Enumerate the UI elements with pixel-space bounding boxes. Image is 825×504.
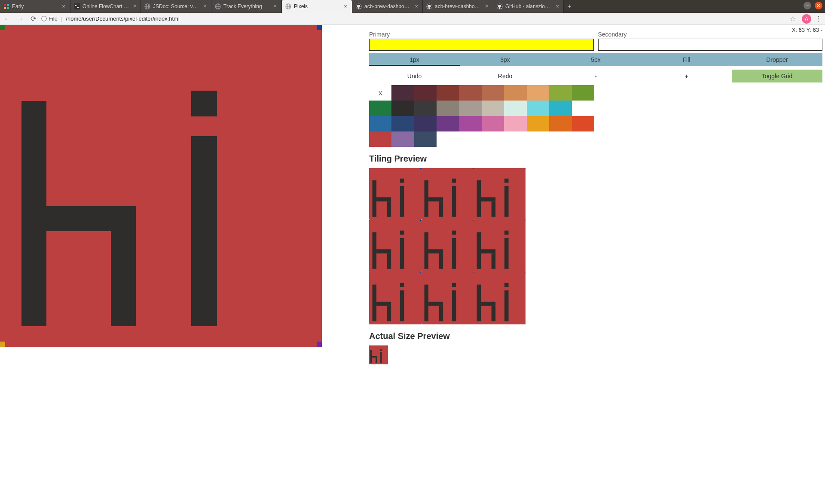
svg-rect-20 bbox=[46, 206, 136, 231]
toggle-grid-button[interactable]: Toggle Grid bbox=[732, 70, 822, 82]
palette-color[interactable] bbox=[391, 116, 414, 131]
palette-color[interactable] bbox=[437, 116, 459, 131]
tool-3px[interactable]: 3px bbox=[460, 53, 550, 66]
profile-avatar[interactable]: A bbox=[802, 14, 811, 24]
browser-tab[interactable]: Track Everything× bbox=[211, 0, 282, 13]
browser-tab[interactable]: acb-brew-dashboard/bre× bbox=[423, 0, 493, 13]
tab-close-icon[interactable]: × bbox=[484, 3, 489, 9]
pixel-canvas[interactable] bbox=[0, 25, 322, 347]
palette-color[interactable] bbox=[504, 101, 526, 116]
palette-color[interactable] bbox=[482, 85, 504, 101]
browser-menu-icon[interactable]: ⋮ bbox=[815, 15, 822, 23]
svg-rect-41 bbox=[387, 254, 391, 269]
svg-rect-22 bbox=[191, 91, 217, 116]
palette-color[interactable] bbox=[414, 85, 437, 101]
palette-color[interactable] bbox=[459, 85, 482, 101]
svg-rect-67 bbox=[504, 283, 508, 287]
palette-color[interactable] bbox=[369, 116, 391, 131]
palette-color[interactable] bbox=[369, 131, 391, 147]
svg-rect-69 bbox=[370, 350, 372, 363]
svg-rect-66 bbox=[491, 305, 495, 321]
palette-color[interactable] bbox=[527, 101, 549, 116]
window-close-icon[interactable]: ✕ bbox=[815, 2, 822, 9]
palette-color[interactable] bbox=[572, 85, 594, 101]
tiling-tile bbox=[474, 272, 526, 324]
tab-close-icon[interactable]: × bbox=[61, 3, 67, 9]
nav-forward-button[interactable]: → bbox=[15, 14, 25, 24]
tool-fill[interactable]: Fill bbox=[641, 53, 732, 66]
palette-color[interactable] bbox=[549, 116, 571, 131]
undo-button[interactable]: Undo bbox=[369, 70, 460, 82]
palette-color[interactable] bbox=[549, 85, 571, 101]
palette-color[interactable] bbox=[437, 101, 459, 116]
browser-tab[interactable]: acb-brew-dashboard/san× bbox=[352, 0, 423, 13]
palette-color[interactable] bbox=[391, 131, 414, 147]
primary-color-swatch[interactable] bbox=[369, 39, 594, 51]
svg-rect-38 bbox=[504, 186, 508, 217]
redo-button[interactable]: Redo bbox=[460, 70, 550, 82]
tab-close-icon[interactable]: × bbox=[342, 3, 348, 9]
tiling-tile bbox=[421, 168, 473, 220]
browser-tab[interactable]: JSDoc: Source: vec2.js× bbox=[141, 0, 211, 13]
palette-clear-button[interactable]: X bbox=[369, 85, 391, 101]
palette-color[interactable] bbox=[414, 116, 437, 131]
palette-color[interactable] bbox=[572, 116, 594, 131]
svg-rect-51 bbox=[491, 254, 495, 269]
svg-rect-61 bbox=[439, 305, 443, 321]
svg-rect-23 bbox=[191, 136, 217, 326]
tab-close-icon[interactable]: × bbox=[414, 3, 419, 9]
palette-color[interactable] bbox=[391, 101, 414, 116]
palette-color[interactable] bbox=[527, 116, 549, 131]
svg-rect-54 bbox=[373, 284, 376, 321]
side-panel: X: 63 Y: 63 - Primary Secondary 1px3px5p… bbox=[322, 25, 825, 504]
palette-color[interactable] bbox=[369, 101, 391, 116]
tab-favicon bbox=[74, 3, 80, 9]
tab-close-icon[interactable]: × bbox=[272, 3, 278, 9]
browser-tab[interactable]: Online FlowChart & Diagrams× bbox=[70, 0, 141, 13]
palette-color[interactable] bbox=[459, 116, 482, 131]
window-minimize-icon[interactable]: – bbox=[804, 2, 811, 9]
palette-color[interactable] bbox=[437, 85, 459, 101]
palette-color[interactable] bbox=[482, 101, 504, 116]
palette-color[interactable] bbox=[482, 116, 504, 131]
palette-color[interactable] bbox=[527, 85, 549, 101]
palette-color[interactable] bbox=[414, 131, 437, 147]
palette-color[interactable] bbox=[391, 85, 414, 101]
tab-label: GitHub - alanszlosek/pixe bbox=[505, 3, 553, 9]
browser-tab[interactable]: Early× bbox=[0, 0, 70, 13]
tab-close-icon[interactable]: × bbox=[133, 3, 137, 9]
svg-rect-48 bbox=[452, 238, 456, 269]
nav-back-button[interactable]: ← bbox=[3, 14, 12, 24]
tab-label: Early bbox=[12, 3, 58, 9]
tiling-tile bbox=[474, 220, 526, 272]
zoom-in-button[interactable]: + bbox=[641, 70, 732, 82]
tool-5px[interactable]: 5px bbox=[550, 53, 641, 66]
tiling-tile bbox=[474, 168, 526, 220]
browser-tab[interactable]: GitHub - alanszlosek/pixe× bbox=[493, 0, 564, 13]
address-bar[interactable]: ⓘFile | /home/user/Documents/pixel-edito… bbox=[41, 15, 786, 23]
secondary-color-swatch[interactable] bbox=[598, 39, 823, 51]
tiling-tile bbox=[369, 220, 421, 272]
svg-rect-46 bbox=[439, 254, 443, 269]
svg-rect-68 bbox=[504, 290, 508, 321]
bookmark-star-icon[interactable]: ☆ bbox=[790, 15, 798, 23]
svg-rect-53 bbox=[504, 238, 508, 269]
tab-close-icon[interactable]: × bbox=[202, 3, 208, 9]
svg-rect-26 bbox=[387, 202, 391, 217]
tool-1px[interactable]: 1px bbox=[369, 53, 460, 66]
new-tab-button[interactable]: + bbox=[564, 0, 575, 13]
palette-color[interactable] bbox=[549, 101, 571, 116]
tab-label: acb-brew-dashboard/bre bbox=[435, 3, 482, 9]
palette-color[interactable] bbox=[504, 85, 526, 101]
zoom-out-button[interactable]: - bbox=[550, 70, 641, 82]
palette-color[interactable] bbox=[414, 101, 437, 116]
tiling-tile bbox=[369, 168, 421, 220]
tab-close-icon[interactable]: × bbox=[555, 3, 560, 9]
palette-color[interactable] bbox=[459, 101, 482, 116]
nav-reload-button[interactable]: ⟳ bbox=[28, 14, 38, 24]
tab-favicon bbox=[356, 3, 362, 9]
palette-color[interactable] bbox=[504, 116, 526, 131]
browser-tab[interactable]: Pixels× bbox=[282, 0, 352, 13]
tool-dropper[interactable]: Dropper bbox=[732, 53, 822, 66]
svg-rect-50 bbox=[481, 250, 495, 254]
